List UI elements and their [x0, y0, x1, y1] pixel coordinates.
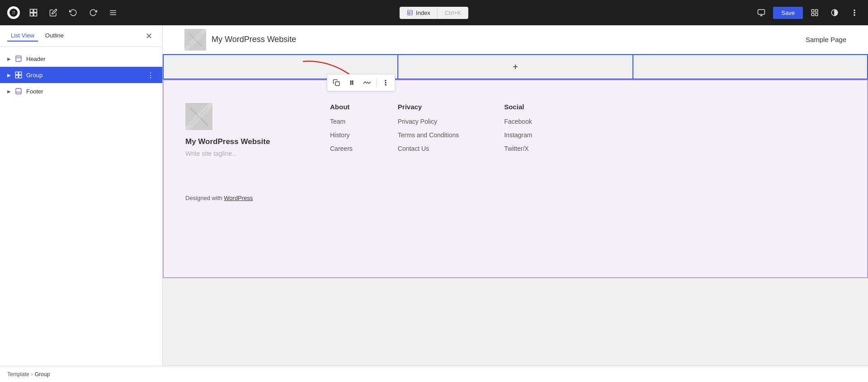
svg-point-23 [854, 10, 855, 11]
svg-line-47 [190, 107, 208, 126]
breadcrumb-parent[interactable]: Template [7, 371, 29, 377]
header-logo-placeholder [184, 29, 206, 51]
index-label: Index [416, 9, 430, 16]
group-block-row[interactable]: + [163, 54, 868, 79]
footer-nav-about-heading: About [330, 103, 353, 111]
footer-item-label: Footer [26, 88, 155, 95]
svg-point-35 [350, 81, 351, 82]
footer-link-team[interactable]: Team [330, 118, 353, 125]
top-toolbar: W Index [0, 0, 868, 25]
svg-point-24 [854, 12, 855, 13]
more-options-button[interactable] [846, 5, 863, 21]
move-up-down-button[interactable] [360, 75, 374, 90]
footer-nav-social-heading: Social [504, 103, 532, 111]
tab-list-view[interactable]: List View [7, 30, 38, 42]
tab-outline[interactable]: Outline [42, 30, 67, 42]
sidebar-close-button[interactable]: ✕ [142, 30, 155, 42]
footer-link-careers[interactable]: Careers [330, 145, 353, 152]
footer-link-privacy-policy[interactable]: Privacy Policy [398, 118, 459, 125]
sidebar-item-footer[interactable]: ▶ Footer [0, 83, 162, 99]
svg-point-37 [350, 82, 351, 83]
footer-site-name: My WordPress Website [185, 137, 312, 146]
block-options-button[interactable] [378, 75, 393, 90]
duplicate-block-button[interactable] [329, 75, 344, 90]
block-toolbar [327, 74, 395, 91]
svg-point-36 [352, 81, 353, 82]
chevron-icon: ▶ [7, 56, 11, 61]
site-title: My WordPress Website [212, 35, 296, 44]
undo-button[interactable] [65, 5, 81, 21]
footer-designed-with: Designed with [185, 195, 224, 201]
breadcrumb-bar: Template › Group [0, 366, 868, 382]
svg-rect-19 [816, 9, 818, 12]
group-more-button[interactable]: ⋮ [146, 71, 155, 79]
edit-button[interactable] [45, 5, 61, 21]
svg-rect-18 [811, 9, 814, 12]
footer-link-instagram[interactable]: Instagram [504, 131, 532, 139]
svg-point-38 [352, 82, 353, 83]
wp-logo[interactable]: W [5, 5, 22, 21]
sidebar-item-header[interactable]: ▶ Header [0, 51, 162, 67]
svg-line-45 [189, 33, 202, 47]
chevron-icon: ▶ [7, 89, 11, 94]
index-button[interactable]: Index [400, 7, 438, 19]
group-cell-2[interactable]: + [398, 55, 633, 79]
svg-rect-21 [811, 14, 814, 16]
footer-wp-link[interactable]: WordPress [224, 195, 253, 201]
footer-link-contact[interactable]: Contact Us [398, 145, 459, 152]
svg-point-39 [350, 84, 351, 84]
footer-brand: My WordPress Website Write site tagline.… [185, 103, 312, 158]
footer-nav-privacy: Privacy Privacy Policy Terms and Conditi… [398, 103, 459, 158]
main-layout: List View Outline ✕ ▶ Header ▶ [0, 25, 868, 382]
group-cell-3[interactable] [633, 55, 867, 79]
svg-rect-4 [30, 13, 33, 16]
footer-link-facebook[interactable]: Facebook [504, 118, 532, 125]
svg-rect-3 [34, 9, 37, 13]
toolbar-right: Save [753, 5, 863, 21]
toolbar-center: Index Ctrl+K [400, 7, 468, 19]
breadcrumb-separator: › [31, 371, 33, 377]
list-view-button[interactable] [105, 5, 121, 21]
footer-logo-placeholder [185, 103, 212, 130]
toolbar-separator [376, 78, 377, 87]
footer-nav-privacy-heading: Privacy [398, 103, 459, 111]
redo-button[interactable] [85, 5, 101, 21]
svg-rect-29 [19, 72, 22, 75]
svg-point-40 [352, 84, 353, 84]
page-header-bar: My WordPress Website Sample Page [163, 25, 868, 54]
group-block-icon [14, 71, 23, 79]
save-button[interactable]: Save [773, 7, 803, 19]
group-item-label: Group [26, 72, 142, 79]
add-block-icon[interactable]: + [513, 62, 518, 72]
drag-handle-button[interactable] [344, 75, 359, 90]
svg-rect-30 [15, 75, 18, 78]
view-mode-button[interactable] [753, 5, 769, 21]
footer-link-terms[interactable]: Terms and Conditions [398, 131, 459, 139]
svg-point-43 [385, 84, 386, 85]
sidebar-header: List View Outline ✕ [0, 25, 162, 47]
footer-content-area: My WordPress Website Write site tagline.… [163, 79, 868, 278]
contrast-button[interactable] [826, 5, 843, 21]
footer-link-history[interactable]: History [330, 131, 353, 139]
header-block-icon [14, 55, 23, 63]
footer-nav-about: About Team History Careers [330, 103, 353, 158]
svg-point-41 [385, 80, 386, 81]
add-block-button[interactable] [25, 5, 42, 21]
breadcrumb-current: Group [35, 371, 50, 377]
footer-bottom: Designed with WordPress [185, 195, 845, 201]
canvas-area[interactable]: My WordPress Website Sample Page + [163, 25, 868, 382]
footer-link-twitter[interactable]: Twitter/X [504, 145, 532, 152]
sample-page-link[interactable]: Sample Page [806, 36, 846, 43]
footer-nav-social: Social Facebook Instagram Twitter/X [504, 103, 532, 158]
footer-block-icon [14, 87, 23, 95]
svg-rect-11 [408, 10, 413, 15]
sidebar: List View Outline ✕ ▶ Header ▶ [0, 25, 163, 382]
svg-point-42 [385, 82, 386, 83]
footer-tagline[interactable]: Write site tagline... [185, 150, 312, 157]
settings-panel-button[interactable] [807, 5, 823, 21]
sidebar-item-group[interactable]: ▶ Group ⋮ [0, 67, 162, 83]
footer-inner: My WordPress Website Write site tagline.… [185, 103, 845, 158]
header-item-label: Header [26, 56, 155, 62]
svg-rect-5 [34, 13, 37, 16]
svg-text:W: W [12, 10, 16, 15]
